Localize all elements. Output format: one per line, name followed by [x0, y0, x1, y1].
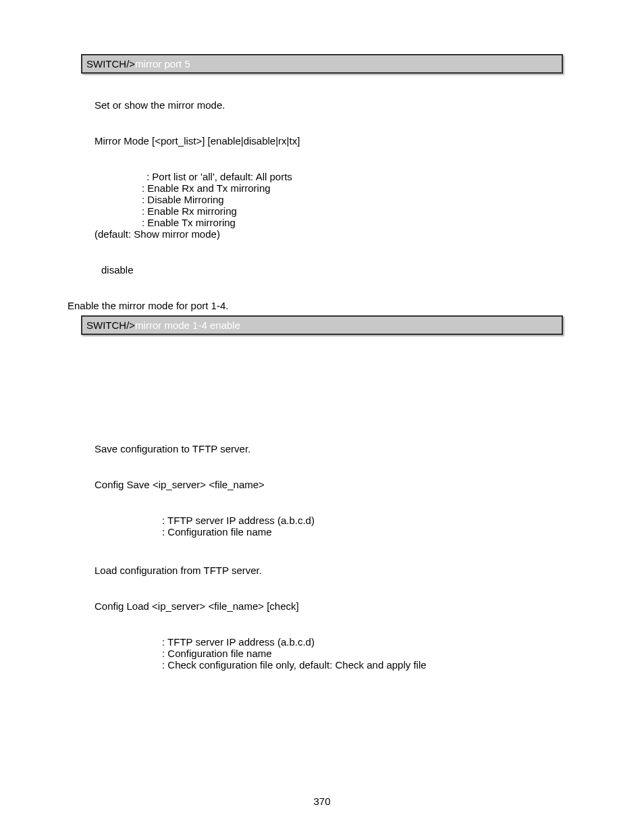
mirror-mode-default-value: disable [101, 264, 563, 276]
config-load-params: : TFTP server IP address (a.b.c.d) : Con… [162, 636, 563, 671]
mirror-mode-section: Set or show the mirror mode. Mirror Mode… [81, 99, 563, 276]
mirror-mode-default-note: (default: Show mirror mode) [95, 228, 563, 240]
page-number: 370 [0, 796, 644, 807]
param-enable: : Enable Rx and Tx mirroring [142, 182, 563, 194]
config-load-syntax: Config Load <ip_server> <file_name> [che… [95, 600, 563, 612]
switch-prefix-2: SWITCH/> [86, 319, 135, 331]
switch-command-box-1: SWITCH/>mirror port 5 [81, 54, 563, 74]
mirror-mode-params: : Port list or 'all', default: All ports… [142, 171, 563, 228]
config-load-section: Load configuration from TFTP server. Con… [81, 565, 563, 671]
config-save-syntax: Config Save <ip_server> <file_name> [95, 479, 563, 490]
mirror-mode-example-title: Enable the mirror mode for port 1-4. [68, 300, 563, 311]
param-rx: : Enable Rx mirroring [142, 205, 563, 217]
param-port-list: : Port list or 'all', default: All ports [146, 171, 563, 182]
mirror-mode-syntax: Mirror Mode [<port_list>] [enable|disabl… [95, 135, 563, 147]
config-save-params: : TFTP server IP address (a.b.c.d) : Con… [162, 515, 563, 538]
param-tx: : Enable Tx mirroring [142, 217, 563, 228]
config-load-param-file: : Configuration file name [162, 648, 563, 659]
config-save-param-file: : Configuration file name [162, 526, 563, 538]
param-disable: : Disable Mirroring [142, 194, 563, 205]
switch-suffix-1: mirror port 5 [135, 58, 190, 70]
config-save-param-ip: : TFTP server IP address (a.b.c.d) [162, 515, 563, 526]
config-load-param-check: : Check configuration file only, default… [162, 659, 563, 671]
config-load-desc: Load configuration from TFTP server. [95, 565, 563, 576]
config-save-section: Save configuration to TFTP server. Confi… [81, 443, 563, 538]
switch-prefix-1: SWITCH/> [86, 58, 135, 70]
switch-suffix-2: mirror mode 1-4 enable [135, 319, 240, 331]
config-load-param-ip: : TFTP server IP address (a.b.c.d) [162, 636, 563, 648]
config-save-desc: Save configuration to TFTP server. [95, 443, 563, 454]
mirror-mode-desc: Set or show the mirror mode. [95, 99, 563, 111]
switch-command-box-2: SWITCH/>mirror mode 1-4 enable [81, 315, 563, 335]
